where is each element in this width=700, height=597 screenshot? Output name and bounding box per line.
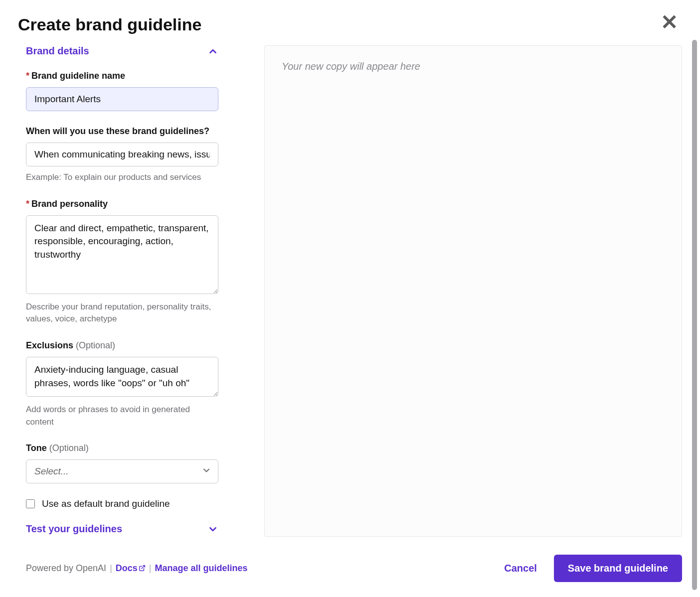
- label-exclusions: Exclusions (Optional): [26, 340, 218, 351]
- modal-footer: Powered by OpenAI | Docs | Manage all gu…: [18, 555, 682, 582]
- helper-when: Example: To explain our products and ser…: [26, 171, 218, 184]
- page-title: Create brand guideline: [18, 15, 682, 34]
- form-panel: Brand details *Brand guideline name When…: [18, 45, 218, 537]
- label-name: *Brand guideline name: [26, 71, 218, 81]
- helper-exclusions: Add words or phrases to avoid in generat…: [26, 404, 218, 428]
- separator: |: [110, 563, 115, 573]
- external-link-icon: [139, 564, 146, 574]
- brand-personality-textarea[interactable]: [26, 215, 218, 294]
- exclusions-textarea[interactable]: [26, 357, 218, 397]
- required-mark: *: [26, 71, 29, 81]
- field-tone: Tone (Optional) Select...: [26, 443, 218, 483]
- section-label: Test your guidelines: [26, 523, 122, 535]
- tone-select[interactable]: Select...: [26, 459, 218, 483]
- svg-line-0: [142, 565, 145, 568]
- create-brand-guideline-modal: ✕ Create brand guideline Brand details *…: [0, 0, 700, 597]
- separator: |: [149, 563, 154, 573]
- helper-personality: Describe your brand reputation, personal…: [26, 301, 218, 325]
- field-exclusions: Exclusions (Optional) Add words or phras…: [26, 340, 218, 428]
- field-personality: *Brand personality Describe your brand r…: [26, 199, 218, 325]
- section-label: Brand details: [26, 45, 89, 57]
- label-when: When will you use these brand guidelines…: [26, 126, 218, 137]
- footer-right: Cancel Save brand guideline: [495, 555, 682, 582]
- chevron-down-icon: [207, 524, 218, 535]
- preview-area: Your new copy will appear here: [264, 45, 682, 537]
- default-checkbox-label: Use as default brand guideline: [42, 498, 170, 509]
- preview-panel: Your new copy will appear here: [264, 45, 682, 537]
- section-test-guidelines[interactable]: Test your guidelines: [26, 523, 218, 535]
- modal-body: Brand details *Brand guideline name When…: [18, 45, 682, 537]
- field-name: *Brand guideline name: [26, 71, 218, 111]
- footer-left: Powered by OpenAI | Docs | Manage all gu…: [26, 563, 248, 574]
- label-personality: *Brand personality: [26, 199, 218, 209]
- field-when: When will you use these brand guidelines…: [26, 126, 218, 184]
- docs-link[interactable]: Docs: [116, 563, 146, 573]
- close-icon[interactable]: ✕: [661, 12, 678, 33]
- brand-guideline-name-input[interactable]: [26, 87, 218, 111]
- manage-guidelines-link[interactable]: Manage all guidelines: [155, 563, 248, 573]
- when-use-input[interactable]: [26, 143, 218, 166]
- save-button[interactable]: Save brand guideline: [554, 555, 682, 582]
- required-mark: *: [26, 199, 29, 209]
- default-checkbox-row: Use as default brand guideline: [26, 498, 218, 509]
- powered-by-text: Powered by OpenAI: [26, 563, 106, 573]
- cancel-button[interactable]: Cancel: [495, 556, 546, 581]
- scrollbar-thumb[interactable]: [692, 40, 697, 590]
- section-brand-details[interactable]: Brand details: [26, 45, 218, 57]
- scrollbar[interactable]: [692, 40, 697, 590]
- default-checkbox[interactable]: [26, 499, 35, 508]
- label-tone: Tone (Optional): [26, 443, 218, 453]
- chevron-up-icon: [207, 46, 218, 57]
- tone-select-wrap: Select...: [26, 459, 218, 483]
- preview-placeholder: Your new copy will appear here: [282, 61, 420, 72]
